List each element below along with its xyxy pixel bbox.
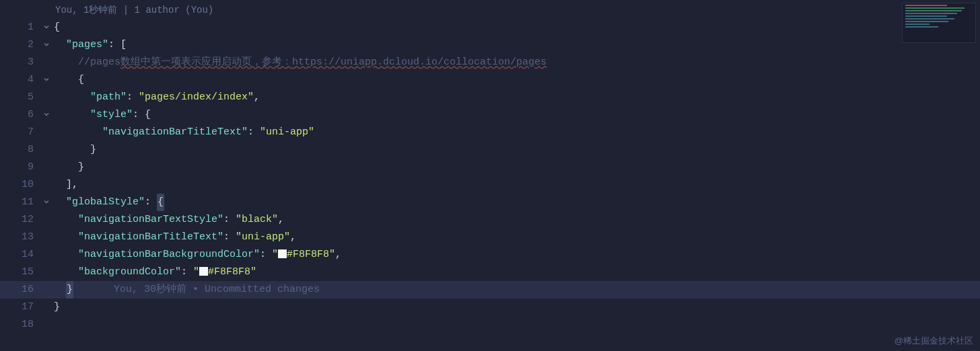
- code-line[interactable]: 11 "globalStyle": {: [0, 194, 980, 211]
- color-swatch: [278, 249, 287, 258]
- token-brace: {: [145, 109, 151, 120]
- code-content[interactable]: "navigationBarTextStyle": "black",: [54, 211, 980, 229]
- minimap[interactable]: [902, 3, 976, 43]
- fold-chevron-icon[interactable]: [39, 194, 54, 211]
- token-key: "pages": [66, 39, 108, 50]
- code-line[interactable]: 8 }: [0, 141, 980, 159]
- code-line[interactable]: 13 "navigationBarTitleText": "uni-app",: [0, 229, 980, 246]
- code-content[interactable]: "pages": [: [54, 36, 980, 54]
- token-string: ": [272, 249, 278, 260]
- code-line[interactable]: 3 //pages数组中第一项表示应用启动页，参考：https://uniapp…: [0, 54, 980, 71]
- minimap-line: [905, 10, 962, 11]
- token-key: "navigationBarTitleText": [78, 231, 223, 243]
- code-content[interactable]: "globalStyle": {: [54, 194, 980, 211]
- git-blame-header: You, 1秒钟前 | 1 author (You): [55, 4, 213, 16]
- fold-chevron-icon[interactable]: [39, 106, 54, 124]
- token-key: "navigationBarTextStyle": [78, 214, 223, 225]
- code-content[interactable]: //pages数组中第一项表示应用启动页，参考：https://uniapp.d…: [54, 54, 980, 71]
- code-content[interactable]: "path": "pages/index/index",: [54, 89, 980, 106]
- token-punc: :: [248, 126, 260, 138]
- code-content[interactable]: }: [54, 141, 980, 159]
- line-number: 17: [0, 299, 39, 316]
- code-line[interactable]: 9 }: [0, 159, 980, 176]
- line-number: 4: [0, 71, 39, 89]
- code-line[interactable]: 15 "backgroundColor": "#F8F8F8": [0, 264, 980, 281]
- token-punc: ,: [335, 249, 341, 260]
- line-number: 10: [0, 176, 39, 194]
- token-string: "uni-app": [260, 126, 314, 138]
- code-line[interactable]: 7 "navigationBarTitleText": "uni-app": [0, 124, 980, 141]
- code-line[interactable]: 1{: [0, 19, 980, 36]
- token-string: #F8F8F8": [287, 249, 335, 260]
- code-line[interactable]: 6 "style": {: [0, 106, 980, 124]
- git-blame-inline: You, 30秒钟前 • Uncommitted changes: [73, 284, 320, 295]
- token-punc: ,: [278, 214, 284, 225]
- code-content[interactable]: "backgroundColor": "#F8F8F8": [54, 264, 980, 281]
- minimap-line: [905, 7, 965, 9]
- token-string: "pages/index/index": [139, 91, 254, 103]
- line-number: 15: [0, 264, 39, 281]
- code-line[interactable]: 12 "navigationBarTextStyle": "black",: [0, 211, 980, 229]
- token-punc: : [: [108, 39, 127, 50]
- token-punc: :: [133, 109, 145, 120]
- token-brace: {: [54, 22, 60, 33]
- token-punc: :: [181, 266, 193, 278]
- code-content[interactable]: {: [54, 71, 980, 89]
- code-line[interactable]: 17}: [0, 299, 980, 316]
- token-key: "path": [90, 91, 127, 103]
- fold-chevron-icon[interactable]: [39, 71, 54, 89]
- code-line[interactable]: 2 "pages": [: [0, 36, 980, 54]
- token-comment: //pages: [78, 56, 120, 68]
- token-punc: ,: [254, 91, 260, 103]
- token-key: "navigationBarTitleText": [102, 126, 248, 138]
- token-punc: :: [223, 214, 236, 225]
- line-number: 14: [0, 246, 39, 264]
- line-number: 7: [0, 124, 39, 141]
- code-content[interactable]: }You, 30秒钟前 • Uncommitted changes: [54, 281, 980, 299]
- fold-chevron-icon[interactable]: [39, 19, 54, 36]
- token-brace: }: [54, 301, 60, 313]
- code-line[interactable]: 16 }You, 30秒钟前 • Uncommitted changes: [0, 281, 980, 299]
- minimap-line: [905, 13, 957, 14]
- line-number: 13: [0, 229, 39, 246]
- code-content[interactable]: "navigationBarTitleText": "uni-app": [54, 124, 980, 141]
- fold-chevron-icon[interactable]: [39, 36, 54, 54]
- code-content[interactable]: {: [54, 19, 980, 36]
- code-line[interactable]: 14 "navigationBarBackgroundColor": "#F8F…: [0, 246, 980, 264]
- token-comment-cn: 数组中第一项表示应用启动页，参考：: [120, 56, 292, 68]
- line-number: 8: [0, 141, 39, 159]
- line-number: 1: [0, 19, 39, 36]
- token-key: "backgroundColor": [78, 266, 181, 278]
- code-line[interactable]: 10 ],: [0, 176, 980, 194]
- minimap-line: [905, 26, 938, 28]
- line-number: 11: [0, 194, 39, 211]
- token-punc: :: [127, 91, 139, 103]
- line-number: 5: [0, 89, 39, 106]
- code-content[interactable]: "navigationBarBackgroundColor": "#F8F8F8…: [54, 246, 980, 264]
- minimap-line: [905, 18, 954, 20]
- code-editor[interactable]: 1{2 "pages": [3 //pages数组中第一项表示应用启动页，参考：…: [0, 19, 980, 334]
- code-line[interactable]: 4 {: [0, 71, 980, 89]
- token-string: "black": [236, 214, 278, 225]
- code-line[interactable]: 18: [0, 316, 980, 334]
- code-content[interactable]: }: [54, 299, 980, 316]
- token-string: ": [193, 266, 199, 278]
- token-key: "style": [90, 109, 133, 120]
- token-punc: ,: [290, 231, 296, 243]
- token-punc: :: [260, 249, 272, 260]
- minimap-line: [905, 24, 930, 25]
- line-number: 16: [0, 281, 39, 299]
- code-content[interactable]: "navigationBarTitleText": "uni-app",: [54, 229, 980, 246]
- minimap-line: [905, 5, 947, 6]
- code-content[interactable]: "style": {: [54, 106, 980, 124]
- token-brace: {: [78, 74, 84, 85]
- token-brace: }: [90, 144, 96, 155]
- token-punc: :: [223, 231, 236, 243]
- color-swatch: [199, 267, 208, 276]
- code-content[interactable]: }: [54, 159, 980, 176]
- code-line[interactable]: 5 "path": "pages/index/index",: [0, 89, 980, 106]
- code-content[interactable]: ],: [54, 176, 980, 194]
- line-number: 2: [0, 36, 39, 54]
- minimap-line: [905, 21, 948, 22]
- token-punc: ],: [66, 179, 78, 190]
